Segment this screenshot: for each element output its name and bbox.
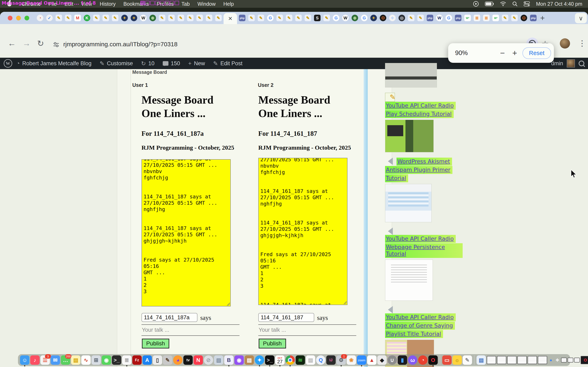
pinned-tab[interactable]: ✎: [406, 12, 416, 24]
pinned-tab[interactable]: ✎: [285, 12, 294, 24]
pinned-tab[interactable]: O: [378, 12, 388, 24]
pinned-tab[interactable]: ✎: [63, 12, 73, 24]
pinned-tab[interactable]: ✎: [92, 12, 101, 24]
dock-music[interactable]: ♪: [30, 355, 40, 365]
dock-firefox[interactable]: ◕: [173, 355, 182, 365]
pinned-tab[interactable]: ✎: [256, 12, 266, 24]
forward-button[interactable]: →: [22, 39, 31, 48]
post-thumbnail[interactable]: [385, 259, 433, 301]
tab-search-chevron-button[interactable]: ∨: [575, 13, 587, 23]
pinned-tab[interactable]: K: [82, 12, 92, 24]
dock-freeform[interactable]: ∿: [81, 355, 91, 365]
fullscreen-window-button[interactable]: [25, 16, 29, 20]
minimize-window-button[interactable]: [16, 16, 21, 20]
close-window-button[interactable]: [8, 16, 12, 20]
dock-cat[interactable]: ω: [408, 355, 417, 365]
sidebar-post-link[interactable]: Antispam Plugin Primer: [385, 166, 452, 174]
dock-appstore[interactable]: A: [143, 355, 152, 365]
pinned-tab[interactable]: ✎: [111, 12, 120, 24]
dock-books[interactable]: ▤: [245, 355, 254, 365]
pinned-tab[interactable]: ⊕: [350, 12, 360, 24]
reload-button[interactable]: ↻: [37, 39, 44, 48]
post-thumbnail[interactable]: [385, 63, 437, 87]
publish-button[interactable]: Publish: [142, 339, 169, 349]
pinned-tab[interactable]: W: [435, 12, 444, 24]
pinned-tab[interactable]: G: [360, 12, 369, 24]
dock-pages[interactable]: ✎: [463, 355, 472, 365]
zoom-plus-button[interactable]: +: [509, 49, 521, 58]
post-thumbnail[interactable]: [385, 120, 434, 152]
dock-bulb[interactable]: ☼: [452, 355, 462, 365]
pinned-tab[interactable]: ≣: [472, 12, 482, 24]
dock-intellij[interactable]: IJ: [326, 355, 336, 365]
dock-no-entry[interactable]: ⊘: [204, 355, 213, 365]
resize-grip-icon[interactable]: [343, 300, 347, 304]
dock-minimized-window[interactable]: [497, 356, 506, 364]
admin-search-icon[interactable]: [579, 60, 584, 66]
pinned-tab[interactable]: php: [237, 12, 247, 24]
profile-avatar[interactable]: [560, 38, 570, 49]
sidebar-post-link[interactable]: YouTube API Caller Radio: [385, 102, 456, 110]
pinned-tab[interactable]: W³: [491, 12, 501, 24]
dock-apple-tv[interactable]: tv: [183, 355, 193, 365]
admin-bar-howdy[interactable]: dmin: [551, 60, 563, 67]
pinned-tab[interactable]: ✎: [247, 12, 256, 24]
dock-calendar[interactable]: OCT27: [275, 355, 285, 365]
admin-bar-edit-post[interactable]: ✎Edit Post: [213, 60, 242, 67]
dock-iphone[interactable]: ▮: [398, 355, 407, 365]
messages-textarea[interactable]: 114_74_161_187 says at 27/10/2025 05:15 …: [258, 158, 347, 305]
zoom-reset-button[interactable]: Reset: [522, 47, 551, 59]
menu-help[interactable]: Help: [223, 1, 234, 7]
dock-safari[interactable]: ✦: [255, 355, 264, 365]
pinned-tab[interactable]: ✎: [275, 12, 285, 24]
sidebar-post-link[interactable]: Change of Genre Saying: [385, 322, 455, 330]
messages-textarea[interactable]: 114_74_161_187 says at 27/10/2025 05:15 …: [141, 159, 231, 307]
admin-bar-updates[interactable]: ↻10: [141, 60, 155, 67]
dock-bible[interactable]: B: [224, 355, 233, 365]
pinned-tab[interactable]: ⁘: [388, 12, 397, 24]
dock-mail[interactable]: ✉: [51, 355, 60, 365]
dock-mini-blue[interactable]: ●: [548, 357, 554, 363]
pinned-tab[interactable]: php: [453, 12, 463, 24]
wordpress-logo-icon[interactable]: W: [4, 59, 12, 68]
pinned-tab[interactable]: W³: [463, 12, 472, 24]
back-button[interactable]: ←: [8, 39, 16, 48]
spotlight-search-icon[interactable]: [512, 1, 518, 7]
active-tab[interactable]: ✕: [224, 13, 237, 24]
dock-filezilla[interactable]: Fz: [132, 355, 142, 365]
pinned-tab[interactable]: ≣: [482, 12, 491, 24]
pinned-tab[interactable]: ◎: [397, 12, 406, 24]
pinned-tab[interactable]: ✎: [167, 12, 176, 24]
pinned-tab[interactable]: S: [312, 12, 322, 24]
menu-bar-clock[interactable]: Mon 27 Oct 4:40 pm: [536, 1, 582, 7]
dock-minimized-window[interactable]: [507, 356, 517, 364]
publish-button[interactable]: Publish: [259, 339, 286, 349]
dock-minimized-window[interactable]: [517, 356, 527, 364]
dock-minimized-window[interactable]: [538, 356, 547, 364]
dock-reminders[interactable]: ☰3: [40, 355, 50, 365]
dock-minimized-tab[interactable]: [561, 358, 567, 363]
pinned-tab[interactable]: M: [73, 12, 82, 24]
pinned-tab[interactable]: G: [331, 12, 341, 24]
dock-minimized-window[interactable]: [527, 356, 537, 364]
dock-terminal[interactable]: >_: [112, 355, 121, 365]
pinned-tab[interactable]: G: [266, 12, 275, 24]
pinned-tab[interactable]: ✦: [369, 12, 378, 24]
dock-quicktime[interactable]: Q: [316, 355, 325, 365]
dock-finder[interactable]: ☺: [20, 355, 29, 365]
dock-phone-mirroring[interactable]: ▯: [153, 355, 162, 365]
dock-tooth[interactable]: ∪: [388, 355, 397, 365]
pinned-tab[interactable]: ✦: [129, 12, 139, 24]
sidebar-post-link[interactable]: Tutorial: [385, 174, 408, 182]
dock-gimp[interactable]: ✎: [163, 355, 172, 365]
dock-cards[interactable]: ▭: [442, 355, 452, 365]
iframe-scrollbar[interactable]: [364, 69, 368, 367]
dock-facetime[interactable]: ◉: [102, 355, 111, 365]
talk-input[interactable]: [141, 325, 238, 334]
admin-bar-new[interactable]: +New: [188, 60, 205, 67]
pinned-tab[interactable]: php: [425, 12, 435, 24]
sidebar-post-link[interactable]: Webpage Persistence Tutorial: [385, 243, 463, 258]
admin-avatar[interactable]: [567, 59, 575, 67]
pinned-tab[interactable]: php: [528, 12, 538, 24]
sidebar-post-link[interactable]: YouTube API Caller Radio: [385, 235, 456, 243]
